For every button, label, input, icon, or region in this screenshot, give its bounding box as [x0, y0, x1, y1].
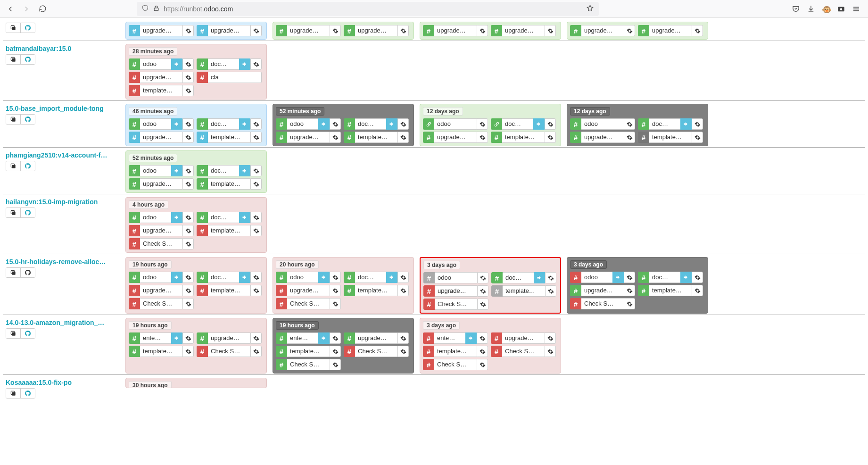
slot-label[interactable]: template… [208, 178, 250, 190]
hash-icon[interactable]: # [344, 25, 355, 36]
slot-label[interactable]: odoo [140, 118, 171, 130]
signin-arrow-button[interactable] [465, 332, 477, 344]
slot-label[interactable]: upgrade… [355, 25, 397, 36]
gear-button[interactable] [397, 332, 409, 344]
gear-button[interactable] [397, 346, 409, 357]
hash-icon[interactable]: # [344, 332, 355, 344]
slot-label[interactable]: odoo [581, 272, 612, 283]
slot-label[interactable]: template… [287, 346, 330, 357]
gear-button[interactable] [182, 272, 194, 283]
hash-icon[interactable]: # [129, 332, 140, 344]
github-button[interactable] [21, 329, 35, 338]
gear-button[interactable] [250, 212, 262, 223]
slot-label[interactable]: odoo [581, 118, 624, 130]
signin-arrow-button[interactable] [171, 272, 182, 283]
hash-icon[interactable]: # [491, 346, 502, 357]
signin-arrow-button[interactable] [239, 272, 250, 283]
slot-label[interactable]: upgrade… [287, 25, 330, 36]
slot-label[interactable]: doc… [502, 118, 533, 130]
hash-icon[interactable]: # [197, 225, 208, 236]
slot-label[interactable]: upgrade… [287, 285, 330, 296]
hash-icon[interactable]: # [129, 285, 140, 296]
hash-icon[interactable]: # [638, 285, 649, 296]
slot-label[interactable]: Check S… [287, 298, 330, 309]
slot-label[interactable]: upgrade… [140, 72, 182, 83]
gear-button[interactable] [692, 272, 703, 283]
gear-button[interactable] [182, 178, 194, 190]
gear-button[interactable] [250, 346, 262, 357]
signin-arrow-button[interactable] [171, 118, 182, 130]
hash-icon[interactable]: # [423, 346, 434, 357]
slot-label[interactable]: upgrade… [434, 132, 477, 143]
hash-icon[interactable]: # [491, 25, 502, 36]
pocket-icon[interactable] [792, 5, 800, 13]
slot-label[interactable]: template… [355, 285, 397, 296]
signin-arrow-button[interactable] [239, 58, 250, 70]
gear-button[interactable] [397, 285, 409, 296]
hash-icon[interactable]: # [197, 178, 208, 190]
download-icon[interactable] [807, 5, 815, 13]
gear-button[interactable] [250, 272, 262, 283]
slot-label[interactable]: upgrade… [208, 25, 250, 36]
gear-button[interactable] [477, 332, 488, 344]
gear-button[interactable] [692, 118, 703, 130]
hash-icon[interactable]: # [197, 332, 208, 344]
gear-button[interactable] [545, 118, 556, 130]
slot-label[interactable]: doc… [649, 118, 680, 130]
signin-arrow-button[interactable] [533, 118, 545, 130]
gear-button[interactable] [545, 332, 556, 344]
gear-button[interactable] [692, 285, 703, 296]
hash-icon[interactable]: # [129, 298, 140, 309]
slot-label[interactable]: upgrade… [140, 25, 182, 36]
slot-label[interactable]: odoo [434, 118, 477, 130]
slot-label[interactable]: odoo [140, 272, 171, 283]
gear-button[interactable] [545, 272, 556, 283]
gear-button[interactable] [624, 25, 635, 36]
slot-label[interactable]: Check S… [502, 346, 545, 357]
reload-button[interactable] [36, 2, 49, 16]
hash-icon[interactable]: # [570, 132, 581, 143]
hash-icon[interactable]: # [423, 332, 434, 344]
hash-icon[interactable]: # [197, 132, 208, 143]
gear-button[interactable] [477, 272, 488, 283]
gear-button[interactable] [477, 299, 488, 310]
gear-button[interactable] [624, 118, 635, 130]
hash-icon[interactable]: # [276, 25, 287, 36]
gear-button[interactable] [692, 25, 703, 36]
branch-name-link[interactable]: 15.0-base_import_module-tong [6, 105, 109, 112]
gear-button[interactable] [330, 285, 341, 296]
copy-branch-button[interactable] [6, 23, 21, 33]
slot-label[interactable]: template… [355, 132, 397, 143]
slot-label[interactable]: doc… [208, 272, 239, 283]
hash-icon[interactable]: # [491, 332, 502, 344]
hash-icon[interactable]: # [638, 272, 649, 283]
gear-button[interactable] [330, 25, 341, 36]
hash-icon[interactable]: # [129, 132, 140, 143]
hash-icon[interactable]: # [276, 118, 287, 130]
slot-label[interactable]: odoo [140, 165, 171, 176]
slot-label[interactable]: upgrade… [435, 285, 477, 297]
slot-label[interactable]: doc… [208, 212, 239, 223]
signin-arrow-button[interactable] [386, 272, 397, 283]
signin-arrow-button[interactable] [171, 165, 182, 176]
slot-label[interactable]: upgrade… [287, 132, 330, 143]
gear-button[interactable] [397, 132, 409, 143]
hash-icon[interactable]: # [197, 165, 208, 176]
copy-branch-button[interactable] [6, 55, 21, 64]
hash-icon[interactable]: # [423, 359, 434, 370]
gear-button[interactable] [477, 25, 488, 36]
slot-label[interactable]: upgrade… [208, 332, 250, 344]
hash-icon[interactable]: # [276, 285, 287, 296]
slot-label[interactable]: upgrade… [502, 25, 545, 36]
copy-branch-button[interactable] [6, 268, 21, 277]
slot-label[interactable]: Check S… [208, 346, 250, 357]
hash-icon[interactable]: # [570, 25, 581, 36]
signin-arrow-button[interactable] [171, 58, 182, 70]
hash-icon[interactable]: # [129, 346, 140, 357]
hash-icon[interactable]: # [638, 118, 649, 130]
hash-icon[interactable]: # [570, 285, 581, 296]
slot-label[interactable]: odoo [435, 272, 477, 283]
slot-label[interactable]: Check S… [435, 299, 477, 310]
hamburger-menu-icon[interactable] [852, 5, 860, 13]
slot-label[interactable]: upgrade… [140, 225, 182, 236]
